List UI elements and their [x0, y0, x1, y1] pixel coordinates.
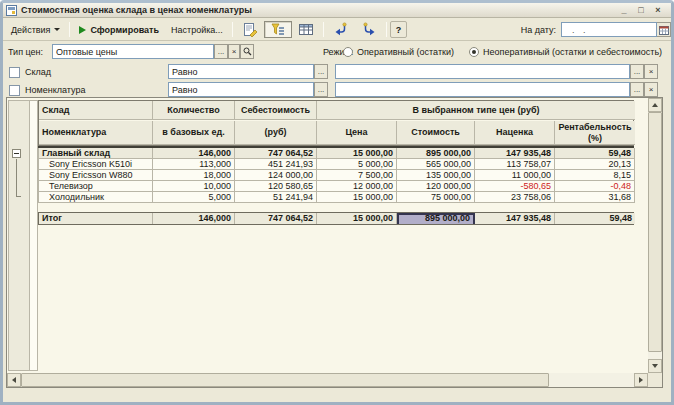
tree-structure-icon — [270, 22, 286, 38]
title-bar: Стоимостная оценка склада в ценах номенк… — [3, 3, 671, 18]
group-collapse-toggle[interactable] — [12, 149, 21, 158]
total-row: Итог 146,000 747 064,52 15 000,00 895 00… — [38, 212, 634, 225]
scroll-up-icon — [652, 103, 658, 107]
curved-arrow-left-icon — [333, 22, 349, 38]
window-icon — [6, 5, 17, 16]
magnifier-icon — [243, 47, 252, 56]
col-header-nomenclature: Номенклатура — [39, 121, 153, 145]
scroll-down-icon — [652, 364, 658, 368]
table-row: Sony Ericsson W880 18,000 124 000,00 7 5… — [38, 170, 634, 181]
table-row-group: Главный склад 146,000 747 064,52 15 000,… — [38, 148, 634, 159]
col-header-markup: Наценка — [475, 121, 555, 145]
warehouse-value-clear-button[interactable]: × — [644, 64, 658, 79]
col-header-rub: (руб) — [235, 121, 317, 145]
col-header-price: Цена — [317, 121, 397, 145]
row-header-column — [30, 100, 38, 371]
report-grid: Склад Количество Себестоимость В выбранн… — [38, 100, 634, 225]
price-type-select-button[interactable]: ... — [214, 44, 228, 59]
col-header-base-units: в базовых ед. — [153, 121, 235, 145]
date-input[interactable]: . . — [561, 22, 657, 37]
scroll-right-icon — [639, 377, 643, 383]
scroll-up-button[interactable] — [648, 98, 662, 112]
actions-button[interactable]: Действия — [5, 21, 66, 38]
tree-line-end — [16, 196, 21, 197]
report-area: Склад Количество Себестоимость В выбранн… — [6, 97, 663, 388]
mode-radio-non-operational[interactable]: Неоперативный (остатки и себестоимость) — [469, 43, 662, 60]
price-type-open-button[interactable] — [240, 44, 254, 59]
curved-arrow-right-icon — [361, 22, 377, 38]
nomenclature-filter-label: Номенклатура — [25, 85, 85, 95]
settings-button[interactable]: Настройка... — [165, 21, 229, 38]
table-header: Склад Количество Себестоимость В выбранн… — [38, 100, 634, 146]
warehouse-condition-button[interactable]: ... — [314, 64, 328, 79]
vertical-scroll-thumb[interactable] — [648, 112, 662, 352]
separator — [232, 22, 233, 37]
warehouse-value-select-button[interactable]: ... — [630, 64, 644, 79]
expand-rows-button[interactable] — [355, 21, 383, 38]
minimize-button[interactable]: _ — [619, 5, 629, 15]
scrollbar-corner — [648, 373, 662, 387]
warehouse-value-input[interactable] — [335, 64, 630, 79]
report-window: Стоимостная оценка склада в ценах номенк… — [0, 0, 674, 405]
price-type-label: Тип цен: — [8, 47, 43, 57]
report-params-button[interactable] — [236, 21, 264, 38]
scroll-right-button[interactable] — [634, 373, 648, 387]
col-header-warehouse: Склад — [39, 101, 153, 120]
maximize-button[interactable]: □ — [636, 5, 646, 15]
toolbar: Действия Сформировать Настройка... — [3, 19, 671, 41]
warehouse-condition-select[interactable]: Равно — [168, 64, 314, 79]
nomenclature-value-select-button[interactable]: ... — [630, 82, 644, 97]
structure-button[interactable] — [264, 21, 292, 38]
generate-button[interactable]: Сформировать — [73, 21, 165, 38]
scroll-left-icon — [12, 377, 16, 383]
chevron-down-icon — [54, 28, 60, 31]
close-button[interactable]: × — [653, 5, 663, 15]
radio-selected-icon — [469, 47, 479, 57]
col-header-amount: Стоимость — [397, 121, 475, 145]
nomenclature-value-input[interactable] — [335, 82, 630, 97]
separator — [386, 22, 387, 37]
table-grid-icon — [298, 22, 314, 38]
nomenclature-filter-checkbox[interactable] — [9, 85, 20, 96]
nomenclature-condition-button[interactable]: ... — [314, 82, 328, 97]
price-type-clear-button[interactable]: × — [228, 44, 240, 59]
tree-column — [8, 100, 30, 371]
horizontal-scroll-thumb[interactable] — [21, 373, 549, 387]
collapse-rows-button[interactable] — [327, 21, 355, 38]
window-title: Стоимостная оценка склада в ценах номенк… — [21, 5, 252, 15]
mode-radio-operational[interactable]: Оперативный (остатки) — [343, 43, 454, 60]
selected-cell[interactable]: 895 000,00 — [397, 213, 475, 224]
table-row: Sony Ericsson K510i 113,000 451 241,93 5… — [38, 159, 634, 170]
col-header-price-group: В выбранном типе цен (руб) — [317, 101, 635, 120]
separator — [323, 22, 324, 37]
radio-icon — [343, 47, 353, 57]
warehouse-filter-label: Склад — [25, 67, 51, 77]
warehouse-filter-checkbox[interactable] — [9, 67, 20, 78]
spacer-row — [38, 203, 634, 212]
vertical-scrollbar[interactable] — [648, 98, 662, 373]
scroll-down-button[interactable] — [648, 359, 662, 373]
calendar-button[interactable] — [657, 22, 671, 37]
horizontal-scrollbar[interactable] — [7, 373, 648, 387]
table-row: Холодильник 5,000 51 241,94 15 000,00 75… — [38, 192, 634, 203]
nomenclature-condition-select[interactable]: Равно — [168, 82, 314, 97]
col-header-cost: Себестоимость — [235, 101, 317, 120]
scroll-left-button[interactable] — [7, 373, 21, 387]
play-icon — [79, 26, 86, 34]
help-button[interactable]: ? — [390, 21, 408, 38]
col-header-profitability: Рентабельность (%) — [555, 121, 635, 145]
table-view-button[interactable] — [292, 21, 320, 38]
on-date-label: На дату: — [521, 25, 556, 35]
calendar-icon — [659, 25, 669, 35]
separator — [69, 22, 70, 37]
table-row: Телевизор 10,000 120 580,65 12 000,00 12… — [38, 181, 634, 192]
price-type-input[interactable]: Оптовые цены — [52, 44, 214, 59]
col-header-quantity: Количество — [153, 101, 235, 120]
nomenclature-value-clear-button[interactable]: × — [644, 82, 658, 97]
tree-line — [16, 159, 17, 197]
report-sheet-icon — [242, 22, 258, 38]
